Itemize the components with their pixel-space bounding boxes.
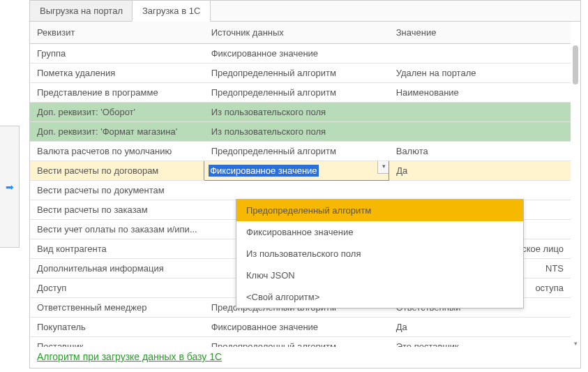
table-row-active[interactable]: Вести расчеты по договорам Фиксированное… <box>30 161 571 181</box>
cell-source[interactable]: Фиксированное значение <box>204 44 389 64</box>
col-source[interactable]: Источник данных <box>204 22 389 44</box>
cell-source[interactable] <box>204 181 389 200</box>
cell-attr[interactable]: Группа <box>30 44 204 64</box>
dropdown-item[interactable]: Предопределенный алгоритм <box>236 200 523 221</box>
chevron-down-icon: ▾ <box>382 163 386 170</box>
table-row[interactable]: Вести расчеты по документам <box>30 181 571 200</box>
cell-attr[interactable]: Вид контрагента <box>30 239 204 259</box>
cell-source[interactable]: Фиксированное значение <box>204 318 389 337</box>
tab-export[interactable]: Выгрузка на портал <box>29 0 133 21</box>
cell-attr[interactable]: Вести учет оплаты по заказам и/ипи... <box>30 220 204 239</box>
main-panel: Выгрузка на портал Загрузка в 1С Реквизи… <box>29 0 581 369</box>
cell-source[interactable]: Предопределенный алгоритм <box>204 83 389 103</box>
cell-value[interactable]: Да <box>389 161 571 181</box>
cell-attr[interactable]: Дополнительная информация <box>30 259 204 278</box>
cell-attr[interactable]: Доп. реквизит: 'Формат магазина' <box>30 122 204 142</box>
cell-value[interactable] <box>389 44 571 64</box>
table-row[interactable]: Поставшик Предопределенный алгоритм Это … <box>30 337 571 348</box>
cell-attr[interactable]: Валюта расчетов по умолчанию <box>30 142 204 161</box>
col-attribute[interactable]: Реквизит <box>30 22 204 44</box>
cell-attr[interactable]: Доступ <box>30 278 204 298</box>
algorithm-link[interactable]: Алгоритм при загрузке данных в базу 1С <box>30 347 580 366</box>
cell-attr[interactable]: Ответственный менеджер <box>30 298 204 318</box>
table-container: Реквизит Источник данных Значение Группа… <box>30 22 580 347</box>
table-row[interactable]: Пометка удаления Предопределенный алгори… <box>30 64 571 83</box>
tab-bar: Выгрузка на портал Загрузка в 1С <box>30 1 580 22</box>
cell-value[interactable] <box>389 181 571 200</box>
table-row[interactable]: Представление в программе Предопределенн… <box>30 83 571 103</box>
cell-source-editing[interactable]: Фиксированное значение ▾ <box>204 161 389 181</box>
cell-attr[interactable]: Представление в программе <box>30 83 204 103</box>
cell-attr[interactable]: Поставшик <box>30 337 204 348</box>
cell-attr[interactable]: Покупатель <box>30 318 204 337</box>
dropdown-item[interactable]: Из пользовательского поля <box>236 243 523 265</box>
cell-source[interactable]: Предопределенный алгоритм <box>204 142 389 161</box>
source-dropdown: Предопределенный алгоритм Фиксированное … <box>236 199 524 308</box>
table-row[interactable]: Группа Фиксированное значение <box>30 44 571 64</box>
cell-source[interactable]: Из пользовательского поля <box>204 103 389 122</box>
table-row[interactable]: Доп. реквизит: 'Оборот' Из пользовательс… <box>30 103 571 122</box>
col-value[interactable]: Значение <box>389 22 571 44</box>
cell-attr[interactable]: Пометка удаления <box>30 64 204 83</box>
cell-attr[interactable]: Вести расчеты по документам <box>30 181 204 200</box>
cell-attr[interactable]: Вести расчеты по заказам <box>30 200 204 220</box>
cell-source[interactable]: Предопределенный алгоритм <box>204 64 389 83</box>
cell-value[interactable] <box>389 103 571 122</box>
dropdown-item[interactable]: <Свой алгоритм> <box>236 286 523 308</box>
cell-value[interactable] <box>389 122 571 142</box>
expand-right-icon: ➡ <box>6 181 14 193</box>
cell-value[interactable]: Наименование <box>389 83 571 103</box>
dropdown-item[interactable]: Ключ JSON <box>236 265 523 286</box>
selected-source-text: Фиксированное значение <box>209 165 318 177</box>
cell-attr[interactable]: Вести расчеты по договорам <box>30 161 204 181</box>
tab-import[interactable]: Загрузка в 1С <box>132 0 211 22</box>
cell-source[interactable]: Из пользовательского поля <box>204 122 389 142</box>
cell-source[interactable]: Предопределенный алгоритм <box>204 337 389 348</box>
scroll-thumb[interactable] <box>573 45 578 84</box>
vertical-scrollbar[interactable]: ▾ <box>572 45 579 345</box>
cell-attr[interactable]: Доп. реквизит: 'Оборот' <box>30 103 204 122</box>
cell-value[interactable]: Да <box>389 318 571 337</box>
dropdown-item[interactable]: Фиксированное значение <box>236 221 523 243</box>
cell-value[interactable]: Валюта <box>389 142 571 161</box>
cell-value[interactable]: Удален на портале <box>389 64 571 83</box>
table-row[interactable]: Доп. реквизит: 'Формат магазина' Из поль… <box>30 122 571 142</box>
dropdown-toggle-button[interactable]: ▾ <box>377 161 389 174</box>
cell-value[interactable]: Это поставшик <box>389 337 571 348</box>
side-collapse-panel[interactable]: ➡ <box>0 126 20 248</box>
table-row[interactable]: Покупатель Фиксированное значение Да <box>30 318 571 337</box>
table-row[interactable]: Валюта расчетов по умолчанию Предопредел… <box>30 142 571 161</box>
table-header-row: Реквизит Источник данных Значение <box>30 22 571 44</box>
scroll-down-icon[interactable]: ▾ <box>572 340 579 347</box>
